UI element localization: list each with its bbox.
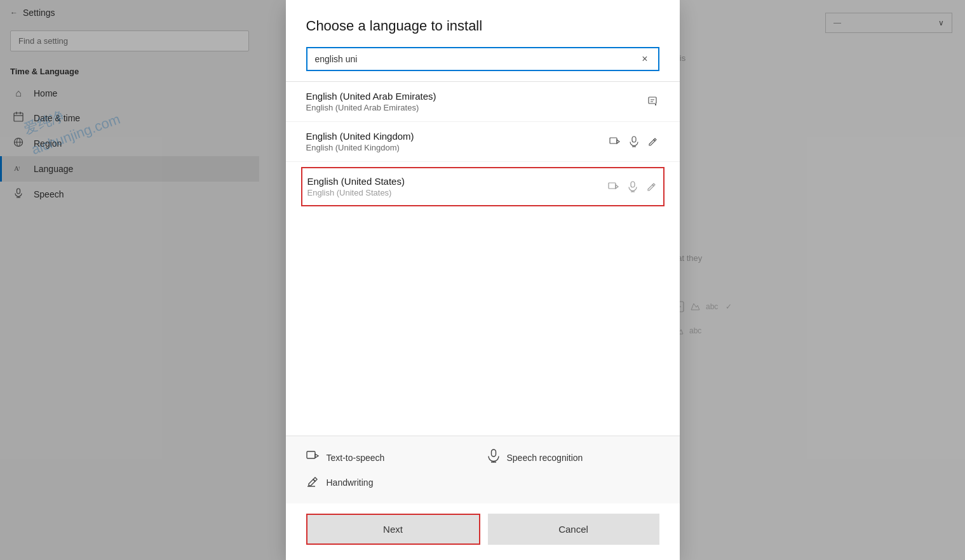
feature-tts: Text-to-speech — [306, 449, 479, 466]
search-container: × — [286, 47, 680, 81]
next-button[interactable]: Next — [306, 514, 480, 545]
edit-icon-us — [645, 180, 658, 193]
language-item-uae[interactable]: English (United Arab Emirates) English (… — [286, 82, 680, 122]
mic-icon-us — [626, 180, 639, 193]
feature-handwriting: Handwriting — [306, 474, 479, 491]
language-search-input[interactable] — [315, 54, 640, 64]
svg-rect-14 — [649, 97, 656, 103]
feature-speech-label: Speech recognition — [507, 453, 583, 463]
lang-name-uae: English (United Arab Emirates) — [306, 91, 436, 102]
language-list: English (United Arab Emirates) English (… — [286, 81, 680, 436]
tts-icon-us — [607, 180, 620, 193]
mic-icon-uk — [628, 135, 640, 148]
feature-speech-rec: Speech recognition — [487, 449, 659, 466]
edit-icon-uk — [647, 135, 659, 148]
modal-features: Text-to-speech Speech recognition — [286, 436, 680, 503]
pen-feature-icon — [306, 474, 320, 491]
mic-feature-icon — [487, 449, 501, 466]
svg-rect-22 — [631, 182, 635, 187]
lang-icons-uae — [647, 95, 659, 108]
clear-icon[interactable]: × — [639, 53, 650, 65]
language-item-us[interactable]: English (United States) English (United … — [301, 167, 665, 206]
svg-rect-21 — [609, 183, 616, 189]
modal-buttons: Next Cancel — [286, 503, 680, 560]
tts-icon-uk — [609, 135, 621, 148]
svg-rect-18 — [632, 137, 636, 142]
feature-tts-label: Text-to-speech — [327, 453, 385, 463]
lang-name-us: English (United States) — [307, 176, 405, 187]
lang-name-uk: English (United Kingdom) — [306, 131, 414, 142]
svg-rect-25 — [307, 451, 315, 458]
lang-native-uk: English (United Kingdom) — [306, 143, 414, 152]
cancel-button[interactable]: Cancel — [488, 514, 659, 545]
language-item-uk[interactable]: English (United Kingdom) English (United… — [286, 122, 680, 162]
svg-rect-26 — [491, 450, 496, 457]
feature-handwriting-label: Handwriting — [327, 477, 374, 488]
lang-icons-uk — [609, 135, 659, 148]
modal-title: Choose a language to install — [286, 0, 680, 47]
lang-native-uae: English (United Arab Emirates) — [306, 103, 436, 112]
lang-native-us: English (United States) — [307, 188, 405, 197]
language-install-modal: Choose a language to install × English (… — [286, 0, 680, 560]
svg-rect-17 — [610, 138, 617, 143]
edit-icon-uae — [647, 95, 659, 108]
modal-overlay: Choose a language to install × English (… — [0, 0, 965, 560]
lang-icons-us — [607, 180, 658, 193]
search-box: × — [306, 47, 659, 71]
tts-feature-icon — [306, 449, 320, 466]
